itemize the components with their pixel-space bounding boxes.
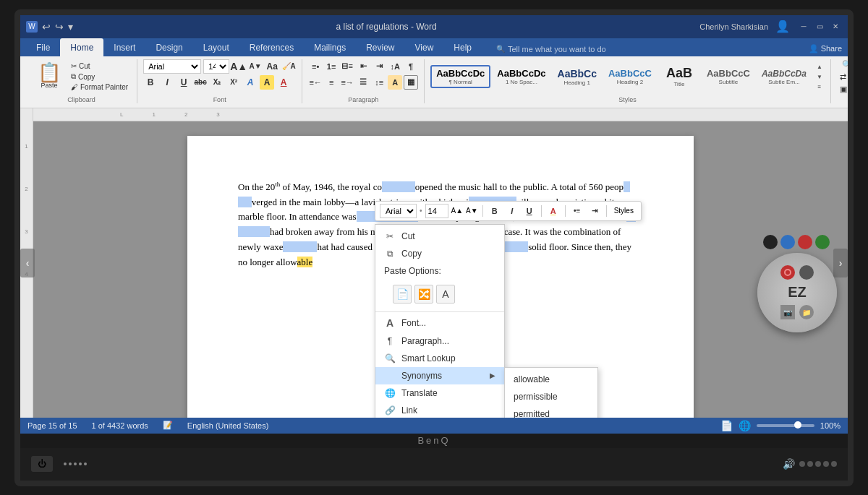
ctx-smart-lookup[interactable]: 🔍 Smart Lookup (375, 350, 504, 367)
underline-button[interactable]: U (176, 75, 191, 90)
tab-layout[interactable]: Layout (193, 38, 239, 56)
strikethrough-button[interactable]: abc (193, 75, 208, 90)
close-button[interactable]: ✕ (829, 20, 842, 33)
mini-size-input[interactable] (425, 204, 448, 218)
power-button[interactable]: ⏻ (31, 456, 53, 472)
undo-button[interactable]: ↩ (42, 21, 51, 33)
paste-button[interactable]: 📋 Paste (32, 61, 67, 92)
format-painter-button[interactable]: 🖌 Format Painter (68, 82, 131, 92)
tab-references[interactable]: References (239, 38, 304, 56)
style-scroll-up[interactable]: ▲ (814, 62, 825, 71)
text-effects-button[interactable]: A (243, 75, 258, 90)
ctx-synonyms[interactable]: Synonyms ▶ allowable permissible permitt… (375, 367, 504, 384)
quick-access-more[interactable]: ▾ (68, 21, 73, 33)
paste-opt3[interactable]: A (436, 285, 455, 304)
ez-widget[interactable]: EZ 📷 📁 (757, 253, 837, 332)
replace-button[interactable]: ⇄ Replace (837, 72, 848, 82)
multilevel-button[interactable]: ⊟≡ (340, 59, 354, 74)
view-web-icon[interactable]: 🌐 (739, 420, 751, 431)
superscript-button[interactable]: X² (226, 75, 241, 90)
align-left-button[interactable]: ≡← (308, 75, 323, 90)
text-highlight-button[interactable]: A (260, 75, 274, 90)
color-black[interactable] (763, 235, 778, 249)
style-title[interactable]: AaB Title (658, 64, 700, 90)
ctx-translate[interactable]: 🌐 Translate (375, 384, 504, 402)
mini-bold-button[interactable]: B (488, 204, 502, 218)
mini-bullets-button[interactable]: •≡ (570, 204, 584, 218)
syn-allowable[interactable]: allowable (505, 371, 597, 388)
ctx-paragraph[interactable]: ¶ Paragraph... (375, 332, 504, 350)
tell-me[interactable]: Tell me what you want to do (508, 45, 606, 53)
show-formatting-button[interactable]: ¶ (404, 59, 418, 74)
mini-highlight-button[interactable]: A (546, 204, 561, 218)
mini-indent-button[interactable]: ⇥ (587, 204, 602, 218)
tab-review[interactable]: Review (356, 38, 404, 56)
style-subtitle[interactable]: AaBbCcC Subtitle (702, 66, 755, 87)
style-heading1[interactable]: AaBbCc Heading 1 (553, 66, 602, 88)
change-case-button[interactable]: Aa (265, 59, 279, 74)
italic-button[interactable]: I (160, 75, 174, 90)
select-button[interactable]: ▣ Select ▾ (837, 84, 848, 95)
ctx-link[interactable]: 🔗 Link (375, 402, 504, 418)
find-button[interactable]: 🔍 Find ▾ (839, 59, 848, 70)
decrease-indent-button[interactable]: ⇤ (356, 59, 370, 74)
scroll-right-button[interactable]: › (833, 249, 848, 277)
shading-button[interactable]: A (388, 75, 402, 90)
bullets-button[interactable]: ≡• (308, 59, 323, 74)
copy-button[interactable]: ⧉ Copy (68, 72, 131, 82)
subscript-button[interactable]: X₂ (210, 75, 224, 90)
mini-styles-button[interactable]: Styles (611, 206, 637, 215)
style-subtle-emphasis[interactable]: AaBbCcDa Subtle Em... (757, 66, 812, 87)
style-normal[interactable]: AaBbCcDc ¶ Normal (430, 65, 490, 88)
font-grow-button[interactable]: A▲ (231, 59, 246, 74)
justify-button[interactable]: ☰ (356, 75, 370, 90)
scroll-left-button[interactable]: ‹ (20, 249, 35, 277)
line-spacing-button[interactable]: ↕≡ (372, 75, 386, 90)
font-size-select[interactable]: 14 (203, 59, 229, 74)
mini-underline-button[interactable]: U (522, 204, 537, 218)
syn-permitted[interactable]: permitted (505, 405, 597, 418)
clear-format-button[interactable]: 🧹A (281, 59, 296, 74)
increase-indent-button[interactable]: ⇥ (372, 59, 386, 74)
cut-button[interactable]: ✂ Cut (68, 61, 131, 71)
tab-design[interactable]: Design (145, 38, 192, 56)
ctx-font[interactable]: A Font... (375, 311, 504, 332)
borders-button[interactable]: ▦ (404, 75, 418, 90)
speaker-icon[interactable]: 🔊 (783, 458, 795, 470)
redo-button[interactable]: ↪ (55, 21, 64, 33)
mini-font-select[interactable]: Arial (380, 204, 417, 218)
font-name-select[interactable]: Arial (143, 59, 201, 74)
tab-mailings[interactable]: Mailings (304, 38, 356, 56)
restore-button[interactable]: ▭ (813, 20, 826, 33)
bold-button[interactable]: B (143, 75, 158, 90)
tab-view[interactable]: View (405, 38, 444, 56)
language[interactable]: English (United States) (187, 421, 269, 430)
font-shrink-button[interactable]: A▼ (248, 59, 263, 74)
style-more[interactable]: ≡ (814, 82, 825, 91)
color-green[interactable] (815, 235, 830, 249)
share-button[interactable]: 👤 Share (809, 44, 842, 56)
align-right-button[interactable]: ≡→ (340, 75, 354, 90)
tab-file[interactable]: File (26, 38, 60, 56)
tab-insert[interactable]: Insert (103, 38, 145, 56)
paste-opt2[interactable]: 🔀 (414, 285, 433, 304)
color-blue[interactable] (780, 235, 795, 249)
ctx-copy[interactable]: ⧉ Copy (375, 245, 504, 262)
account-icon[interactable]: 👤 (775, 20, 790, 33)
color-red[interactable] (798, 235, 812, 249)
minimize-button[interactable]: ─ (797, 20, 810, 33)
font-color-button[interactable]: A (276, 75, 291, 90)
ctx-paste-options[interactable]: Paste Options: 📄 🔀 A (375, 262, 504, 310)
view-normal-icon[interactable]: 📄 (720, 420, 733, 431)
ctx-cut[interactable]: ✂ Cut (375, 228, 504, 245)
tab-home[interactable]: Home (60, 38, 103, 56)
mini-italic-button[interactable]: I (505, 204, 519, 218)
paste-opt1[interactable]: 📄 (393, 285, 412, 304)
align-center-button[interactable]: ≡ (324, 75, 339, 90)
style-heading2[interactable]: AaBbCcC Heading 2 (603, 66, 657, 87)
style-no-spacing[interactable]: AaBbCcDc 1 No Spac... (492, 66, 550, 87)
syn-permissible[interactable]: permissible (505, 388, 597, 405)
sort-button[interactable]: ↕A (388, 59, 402, 74)
tab-help[interactable]: Help (443, 38, 482, 56)
style-scroll-down[interactable]: ▼ (814, 72, 825, 81)
